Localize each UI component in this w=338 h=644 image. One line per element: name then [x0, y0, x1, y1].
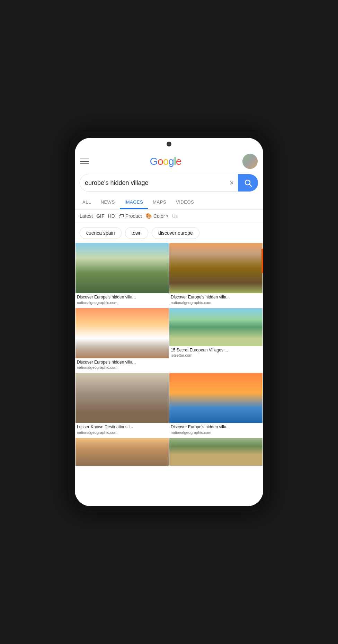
image-card-8[interactable]: [169, 438, 263, 466]
color-dropdown-arrow: ▾: [166, 214, 168, 218]
image-caption-3: Discover Europe's hidden villa...: [75, 358, 169, 366]
suggestion-cuenca-spain[interactable]: cuenca spain: [80, 227, 122, 239]
status-bar: [75, 138, 263, 150]
image-card-2[interactable]: Discover Europe's hidden villa... nation…: [169, 243, 263, 307]
image-card-4[interactable]: 15 Secret European Villages ... jetsette…: [169, 308, 263, 373]
tab-news[interactable]: NEWS: [96, 196, 120, 209]
image-caption-5: Lesser-Known Destinations i...: [75, 423, 169, 430]
image-8: [169, 438, 263, 466]
image-card-5[interactable]: Lesser-Known Destinations i... nationalg…: [75, 373, 169, 437]
logo-g2: g: [168, 155, 174, 167]
image-caption-4: 15 Secret European Villages ...: [169, 346, 263, 354]
image-3: [75, 308, 169, 358]
suggestion-discover-europe[interactable]: discover europe: [152, 227, 199, 239]
product-tag-icon: 🏷: [118, 213, 124, 219]
suggestions-row: cuenca spain town discover europe: [75, 223, 263, 243]
image-5: [75, 373, 169, 423]
image-source-1: nationalgeographic.com: [75, 301, 169, 307]
tab-maps[interactable]: MAPS: [148, 196, 171, 209]
phone-screen: Google europe's hidden village ×: [75, 138, 263, 506]
image-4: [169, 308, 263, 346]
clear-button[interactable]: ×: [225, 179, 238, 187]
image-source-4: jetsetter.com: [169, 353, 263, 360]
image-card-1[interactable]: Discover Europe's hidden villa... nation…: [75, 243, 169, 307]
search-input-area[interactable]: europe's hidden village: [80, 179, 225, 187]
image-caption-2: Discover Europe's hidden villa...: [169, 293, 263, 301]
image-source-2: nationalgeographic.com: [169, 301, 263, 307]
image-card-6[interactable]: Discover Europe's hidden villa... nation…: [169, 373, 263, 437]
filter-product-label: Product: [125, 213, 142, 219]
image-1: [75, 243, 169, 293]
logo-o1: o: [158, 155, 163, 167]
hamburger-line-1: [80, 159, 89, 159]
image-card-3[interactable]: Discover Europe's hidden villa... nation…: [75, 308, 169, 373]
image-caption-1: Discover Europe's hidden villa...: [75, 293, 169, 301]
filter-product[interactable]: 🏷 Product: [118, 213, 142, 219]
tab-videos[interactable]: VIDEOS: [171, 196, 199, 209]
camera-dot: [167, 142, 171, 146]
tab-images[interactable]: IMAGES: [120, 196, 148, 209]
image-caption-6: Discover Europe's hidden villa...: [169, 423, 263, 430]
hamburger-line-2: [80, 161, 89, 162]
logo-g: G: [150, 155, 158, 167]
filter-gif[interactable]: GIF: [96, 213, 104, 219]
logo-e: e: [176, 155, 181, 167]
svg-line-1: [250, 185, 252, 187]
image-grid: Discover Europe's hidden villa... nation…: [75, 243, 263, 466]
screen-content: Google europe's hidden village ×: [75, 150, 263, 506]
search-icon: [244, 179, 252, 187]
image-source-3: nationalgeographic.com: [75, 365, 169, 372]
filter-hd[interactable]: HD: [108, 213, 115, 219]
filter-us[interactable]: Us: [172, 213, 178, 219]
hamburger-line-3: [80, 163, 89, 164]
filter-color-label: Color: [153, 213, 165, 219]
google-logo: Google: [150, 155, 181, 167]
color-palette-icon: 🎨: [145, 213, 152, 219]
scroll-indicator: [261, 249, 263, 273]
search-button[interactable]: [238, 174, 258, 192]
image-source-6: nationalgeographic.com: [169, 430, 263, 437]
image-card-7[interactable]: [75, 438, 169, 466]
nav-tabs: ALL NEWS IMAGES MAPS VIDEOS: [75, 196, 263, 209]
search-query-text: europe's hidden village: [85, 179, 149, 187]
filter-latest[interactable]: Latest: [80, 213, 93, 219]
search-bar-container: europe's hidden village ×: [75, 172, 263, 196]
hamburger-menu[interactable]: [80, 159, 89, 164]
image-2: [169, 243, 263, 293]
tab-all[interactable]: ALL: [78, 196, 96, 209]
filter-row: Latest GIF HD 🏷 Product 🎨 Color ▾ Us: [75, 209, 263, 223]
phone-frame: Google europe's hidden village ×: [69, 132, 269, 512]
header: Google: [75, 150, 263, 172]
image-7: [75, 438, 169, 466]
image-source-5: nationalgeographic.com: [75, 430, 169, 437]
user-avatar[interactable]: [242, 154, 258, 169]
avatar-image: [242, 154, 258, 169]
search-bar: europe's hidden village ×: [80, 174, 258, 192]
suggestion-town[interactable]: town: [125, 227, 149, 239]
logo-o2: o: [163, 155, 169, 167]
image-6: [169, 373, 263, 423]
filter-color[interactable]: 🎨 Color ▾: [145, 213, 168, 219]
